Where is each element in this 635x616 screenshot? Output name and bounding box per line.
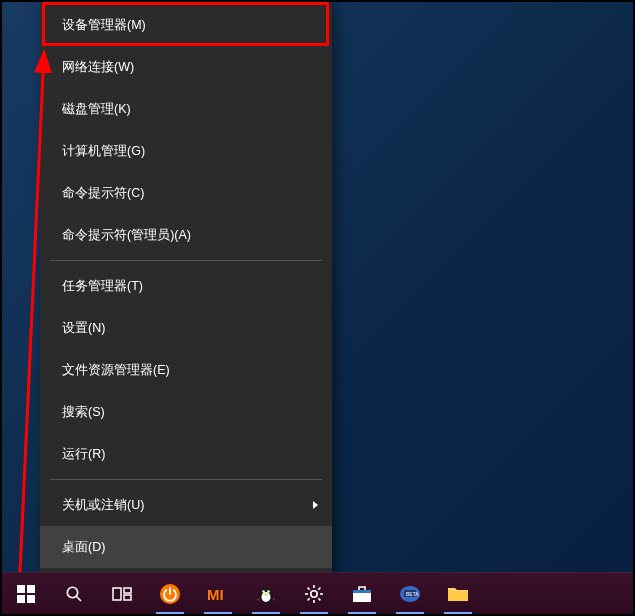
menu-item-label: 任务管理器(T): [62, 278, 143, 295]
power-icon[interactable]: [146, 573, 194, 615]
svg-line-6: [77, 596, 82, 601]
start-button[interactable]: [2, 573, 50, 615]
svg-text:BETA: BETA: [406, 591, 419, 597]
winx-context-menu: 设备管理器(M)网络连接(W)磁盘管理(K)计算机管理(G)命令提示符(C)命令…: [40, 2, 332, 575]
svg-line-23: [318, 598, 320, 600]
menu-item[interactable]: 文件资源管理器(E): [40, 349, 332, 391]
menu-item[interactable]: 设置(N): [40, 307, 332, 349]
menu-item[interactable]: 命令提示符(C): [40, 172, 332, 214]
svg-rect-27: [353, 590, 371, 593]
folder-icon[interactable]: [434, 573, 482, 615]
menu-item-label: 运行(R): [62, 446, 105, 463]
menu-item-label: 命令提示符(C): [62, 185, 144, 202]
menu-item[interactable]: 计算机管理(G): [40, 130, 332, 172]
menu-item-label: 桌面(D): [62, 539, 105, 556]
menu-item[interactable]: 命令提示符(管理员)(A): [40, 214, 332, 256]
menu-item[interactable]: 网络连接(W): [40, 46, 332, 88]
menu-item[interactable]: 桌面(D): [40, 526, 332, 568]
menu-item-label: 计算机管理(G): [62, 143, 145, 160]
svg-rect-4: [27, 595, 35, 603]
menu-item[interactable]: 任务管理器(T): [40, 265, 332, 307]
svg-rect-31: [448, 591, 468, 601]
svg-line-25: [318, 587, 320, 589]
store-icon[interactable]: [338, 573, 386, 615]
qq-icon[interactable]: [242, 573, 290, 615]
svg-text:MI: MI: [207, 586, 224, 603]
taskbar: MIBETA: [2, 572, 633, 614]
menu-item-label: 关机或注销(U): [62, 497, 144, 514]
svg-point-15: [267, 590, 270, 593]
svg-line-22: [308, 587, 310, 589]
menu-item-label: 设置(N): [62, 320, 105, 337]
svg-point-17: [311, 590, 317, 596]
svg-rect-9: [124, 595, 131, 600]
menu-item[interactable]: 磁盘管理(K): [40, 88, 332, 130]
menu-item-label: 文件资源管理器(E): [62, 362, 170, 379]
settings-icon[interactable]: [290, 573, 338, 615]
svg-point-14: [262, 590, 265, 593]
submenu-arrow-icon: [313, 501, 318, 509]
menu-separator: [50, 479, 322, 480]
menu-item[interactable]: 运行(R): [40, 433, 332, 475]
svg-rect-8: [124, 588, 131, 593]
menu-item[interactable]: 关机或注销(U): [40, 484, 332, 526]
mi-icon[interactable]: MI: [194, 573, 242, 615]
menu-item[interactable]: 设备管理器(M): [40, 4, 332, 46]
menu-item[interactable]: 搜索(S): [40, 391, 332, 433]
svg-rect-1: [17, 585, 25, 593]
search-icon[interactable]: [50, 573, 98, 615]
monitor-icon[interactable]: BETA: [386, 573, 434, 615]
svg-rect-7: [113, 588, 121, 600]
task-view-icon[interactable]: [98, 573, 146, 615]
svg-rect-2: [27, 585, 35, 593]
svg-point-16: [264, 593, 268, 595]
menu-item-label: 网络连接(W): [62, 59, 134, 76]
menu-item-label: 磁盘管理(K): [62, 101, 131, 118]
svg-rect-3: [17, 595, 25, 603]
menu-separator: [50, 260, 322, 261]
menu-item-label: 搜索(S): [62, 404, 105, 421]
svg-line-24: [308, 598, 310, 600]
menu-item-label: 命令提示符(管理员)(A): [62, 227, 191, 244]
svg-point-5: [67, 587, 77, 597]
menu-item-label: 设备管理器(M): [62, 17, 146, 34]
